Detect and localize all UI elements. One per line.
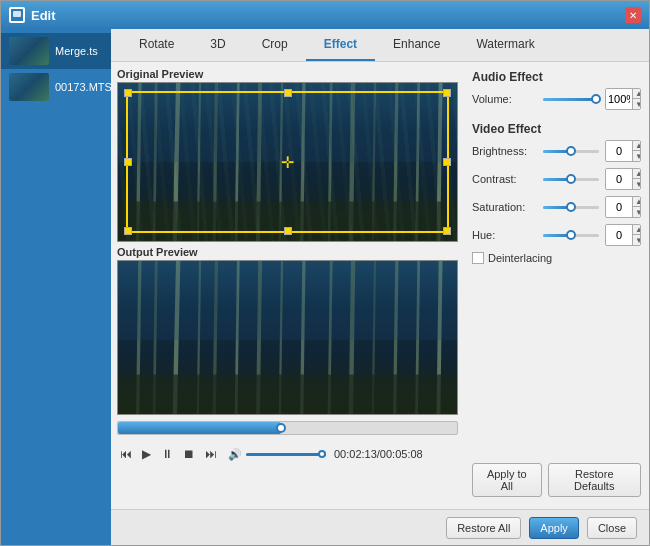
skip-start-button[interactable]: ⏮ xyxy=(117,445,135,463)
crop-handle-tr[interactable] xyxy=(443,89,451,97)
sidebar: Merge.ts 00173.MTS xyxy=(1,29,111,545)
hue-label: Hue: xyxy=(472,229,537,241)
video-effect-title: Video Effect xyxy=(472,122,641,136)
original-preview-label: Original Preview xyxy=(117,68,458,80)
original-preview-box: ✛ xyxy=(117,82,458,242)
window-title: Edit xyxy=(31,8,625,23)
brightness-row: Brightness: xyxy=(472,140,641,162)
restore-all-button[interactable]: Restore All xyxy=(446,517,521,539)
volume-up-button[interactable]: ▲ xyxy=(633,89,641,99)
saturation-down-button[interactable]: ▼ xyxy=(633,207,641,217)
brightness-up-button[interactable]: ▲ xyxy=(633,141,641,151)
crop-handle-tl[interactable] xyxy=(124,89,132,97)
effect-action-buttons: Apply to All Restore Defaults xyxy=(472,459,641,501)
tab-enhance[interactable]: Enhance xyxy=(375,29,458,61)
crop-handle-bl[interactable] xyxy=(124,227,132,235)
audio-effect-title: Audio Effect xyxy=(472,70,641,84)
brightness-spinbox: ▲ ▼ xyxy=(605,140,641,162)
hue-slider-container xyxy=(543,227,599,243)
brightness-slider-container xyxy=(543,143,599,159)
skip-end-button[interactable]: ⏭ xyxy=(202,445,220,463)
saturation-thumb xyxy=(566,202,576,212)
contrast-row: Contrast: xyxy=(472,168,641,190)
hue-value[interactable] xyxy=(606,225,632,245)
brightness-value[interactable] xyxy=(606,141,632,161)
contrast-slider-container xyxy=(543,171,599,187)
volume-value[interactable] xyxy=(606,89,632,109)
contrast-up-button[interactable]: ▲ xyxy=(633,169,641,179)
original-preview-content: ✛ xyxy=(118,83,457,241)
close-button[interactable]: Close xyxy=(587,517,637,539)
volume-spinbox: ▲ ▼ xyxy=(605,88,641,110)
deinterlace-row: Deinterlacing xyxy=(472,252,641,264)
contrast-label: Contrast: xyxy=(472,173,537,185)
saturation-slider-container xyxy=(543,199,599,215)
svg-rect-1 xyxy=(13,11,21,17)
deinterlace-checkbox[interactable] xyxy=(472,252,484,264)
sidebar-item-file[interactable]: 00173.MTS xyxy=(1,69,111,105)
volume-track-thumb xyxy=(591,94,601,104)
volume-slider[interactable] xyxy=(246,453,326,456)
restore-defaults-button[interactable]: Restore Defaults xyxy=(548,463,642,497)
sidebar-item-merge[interactable]: Merge.ts xyxy=(1,33,111,69)
sidebar-thumb-file xyxy=(9,73,49,101)
sidebar-thumb-merge xyxy=(9,37,49,65)
contrast-track[interactable] xyxy=(543,178,599,181)
output-preview-box xyxy=(117,260,458,415)
deinterlace-label: Deinterlacing xyxy=(488,252,552,264)
brightness-label: Brightness: xyxy=(472,145,537,157)
content-area: Merge.ts 00173.MTS Rotate 3D Crop Effect… xyxy=(1,29,649,545)
crop-handle-tm[interactable] xyxy=(284,89,292,97)
stop-button[interactable]: ⏹ xyxy=(180,445,198,463)
crop-handle-bm[interactable] xyxy=(284,227,292,235)
volume-row: Volume: xyxy=(472,88,641,110)
hue-thumb xyxy=(566,230,576,240)
effects-panel: Audio Effect Volume: xyxy=(464,62,649,509)
crop-handle-lm[interactable] xyxy=(124,158,132,166)
brightness-down-button[interactable]: ▼ xyxy=(633,151,641,161)
tab-3d[interactable]: 3D xyxy=(192,29,243,61)
tabs-bar: Rotate 3D Crop Effect Enhance Watermark xyxy=(111,29,649,62)
edit-window: Edit ✕ Merge.ts 00173.MTS Rotate xyxy=(0,0,650,546)
crosshair-icon: ✛ xyxy=(281,153,294,172)
close-window-button[interactable]: ✕ xyxy=(625,7,641,23)
app-icon xyxy=(9,7,25,23)
time-display: 00:02:13/00:05:08 xyxy=(334,448,423,460)
brightness-thumb xyxy=(566,146,576,156)
brightness-track[interactable] xyxy=(543,150,599,153)
output-preview-label: Output Preview xyxy=(117,246,458,258)
contrast-thumb xyxy=(566,174,576,184)
volume-down-button[interactable]: ▼ xyxy=(633,99,641,109)
progress-bar[interactable] xyxy=(117,421,458,435)
crop-handle-rm[interactable] xyxy=(443,158,451,166)
tab-crop[interactable]: Crop xyxy=(244,29,306,61)
hue-track[interactable] xyxy=(543,234,599,237)
saturation-track[interactable] xyxy=(543,206,599,209)
brightness-arrows: ▲ ▼ xyxy=(632,141,641,161)
output-preview-section: Output Preview xyxy=(117,246,458,415)
volume-icon: 🔊 xyxy=(228,448,242,461)
saturation-up-button[interactable]: ▲ xyxy=(633,197,641,207)
pause-button[interactable]: ⏸ xyxy=(158,445,176,463)
footer-bar: Restore All Apply Close xyxy=(111,509,649,545)
apply-to-all-button[interactable]: Apply to All xyxy=(472,463,542,497)
volume-track[interactable] xyxy=(543,98,599,101)
tab-rotate[interactable]: Rotate xyxy=(121,29,192,61)
hue-up-button[interactable]: ▲ xyxy=(633,225,641,235)
tab-effect[interactable]: Effect xyxy=(306,29,375,61)
video-effect-section: Video Effect Brightness: xyxy=(472,122,641,264)
hue-down-button[interactable]: ▼ xyxy=(633,235,641,245)
contrast-down-button[interactable]: ▼ xyxy=(633,179,641,189)
original-preview-section: Original Preview xyxy=(117,68,458,242)
saturation-value[interactable] xyxy=(606,197,632,217)
contrast-value[interactable] xyxy=(606,169,632,189)
tab-watermark[interactable]: Watermark xyxy=(458,29,552,61)
play-button[interactable]: ▶ xyxy=(139,445,154,463)
saturation-spinbox: ▲ ▼ xyxy=(605,196,641,218)
video-panel: Original Preview xyxy=(111,62,464,509)
apply-button[interactable]: Apply xyxy=(529,517,579,539)
playback-controls: ⏮ ▶ ⏸ ⏹ ⏭ 🔊 00:02:13/00:05:08 xyxy=(117,441,458,467)
crop-handle-br[interactable] xyxy=(443,227,451,235)
output-preview-content xyxy=(118,261,457,414)
main-panel: Rotate 3D Crop Effect Enhance Watermark … xyxy=(111,29,649,545)
